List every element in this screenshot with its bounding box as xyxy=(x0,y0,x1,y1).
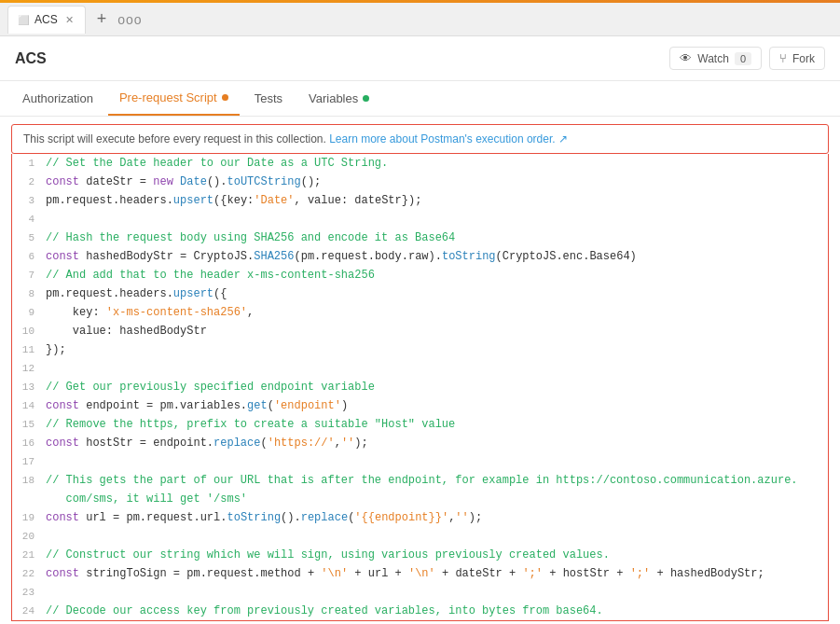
code-editor[interactable]: 1 // Set the Date header to our Date as … xyxy=(11,154,829,621)
code-line-10: 10 value: hashedBodyStr xyxy=(12,322,828,340)
main-content: This script will execute before every re… xyxy=(0,117,840,624)
code-line-20: 20 xyxy=(12,527,828,546)
code-line-14: 14 const endpoint = pm.variables.get('en… xyxy=(12,396,828,415)
info-text: This script will execute before every re… xyxy=(23,132,329,146)
code-line-16: 16 const hostStr = endpoint.replace('htt… xyxy=(12,434,828,452)
code-line-12: 12 xyxy=(12,359,828,378)
watch-button[interactable]: 👁 Watch 0 xyxy=(669,47,762,70)
app-header: ACS 👁 Watch 0 ⑂ Fork xyxy=(0,36,840,81)
eye-icon: 👁 xyxy=(680,51,692,65)
code-line-18-wrap: 18 // This gets the part of our URL that… xyxy=(12,471,828,490)
code-line-5: 5 // Hash the request body using SHA256 … xyxy=(12,229,828,247)
browser-tab[interactable]: ⬜ ACS ✕ xyxy=(7,6,86,34)
tabs-bar: Authorization Pre-request Script Tests V… xyxy=(0,81,840,117)
code-line-19: 19 const url = pm.request.url.toString()… xyxy=(12,508,828,527)
code-line-1: 1 // Set the Date header to our Date as … xyxy=(12,154,828,173)
tab-tests-label: Tests xyxy=(255,91,282,105)
tab-variables-label: Variables xyxy=(309,91,358,105)
code-line-11: 11 }); xyxy=(12,340,828,359)
code-line-17: 17 xyxy=(12,452,828,471)
variables-dot xyxy=(363,95,369,102)
fork-label: Fork xyxy=(792,52,815,65)
browser-tab-bar: ⬜ ACS ✕ + ooo xyxy=(0,3,840,36)
code-line-13: 13 // Get our previously specified endpo… xyxy=(12,378,828,396)
tab-authorization[interactable]: Authorization xyxy=(11,82,104,115)
code-line-3: 3 pm.request.headers.upsert({key:'Date',… xyxy=(12,191,828,210)
code-line-15: 15 // Remove the https, prefix to create… xyxy=(12,415,828,434)
browser-more-button[interactable]: ooo xyxy=(117,12,142,27)
watch-label: Watch xyxy=(697,52,729,65)
fork-icon: ⑂ xyxy=(779,51,787,65)
code-line-7: 7 // And add that to the header x-ms-con… xyxy=(12,266,828,284)
learn-more-link[interactable]: Learn more about Postman's execution ord… xyxy=(329,132,568,146)
fork-button[interactable]: ⑂ Fork xyxy=(769,47,825,70)
tab-tests[interactable]: Tests xyxy=(243,82,294,115)
code-line-2: 2 const dateStr = new Date().toUTCString… xyxy=(12,173,828,191)
code-line-4: 4 xyxy=(12,210,828,229)
tab-pre-request-script[interactable]: Pre-request Script xyxy=(108,81,240,116)
code-line-18-cont: com/sms, it will get '/sms' xyxy=(12,490,828,508)
app-title: ACS xyxy=(15,50,47,67)
browser-tab-label: ACS xyxy=(34,13,58,26)
tab-pre-request-label: Pre-request Script xyxy=(119,90,217,104)
new-tab-button[interactable]: + xyxy=(93,9,111,29)
code-line-22: 22 const stringToSign = pm.request.metho… xyxy=(12,564,828,583)
header-actions: 👁 Watch 0 ⑂ Fork xyxy=(669,47,825,70)
code-line-21: 21 // Construct our string which we will… xyxy=(12,546,828,564)
pre-request-dot xyxy=(222,94,228,101)
tab-variables[interactable]: Variables xyxy=(297,82,380,115)
tab-close-button[interactable]: ✕ xyxy=(63,14,76,26)
tab-authorization-label: Authorization xyxy=(22,91,93,105)
code-line-9: 9 key: 'x-ms-content-sha256', xyxy=(12,303,828,322)
info-bar: This script will execute before every re… xyxy=(11,124,829,154)
code-line-23: 23 xyxy=(12,583,828,602)
code-line-8: 8 pm.request.headers.upsert({ xyxy=(12,284,828,303)
code-line-6: 6 const hashedBodyStr = CryptoJS.SHA256(… xyxy=(12,247,828,266)
window-icon: ⬜ xyxy=(18,15,29,25)
code-line-24: 24 // Decode our access key from previou… xyxy=(12,602,828,620)
watch-count: 0 xyxy=(735,52,751,65)
